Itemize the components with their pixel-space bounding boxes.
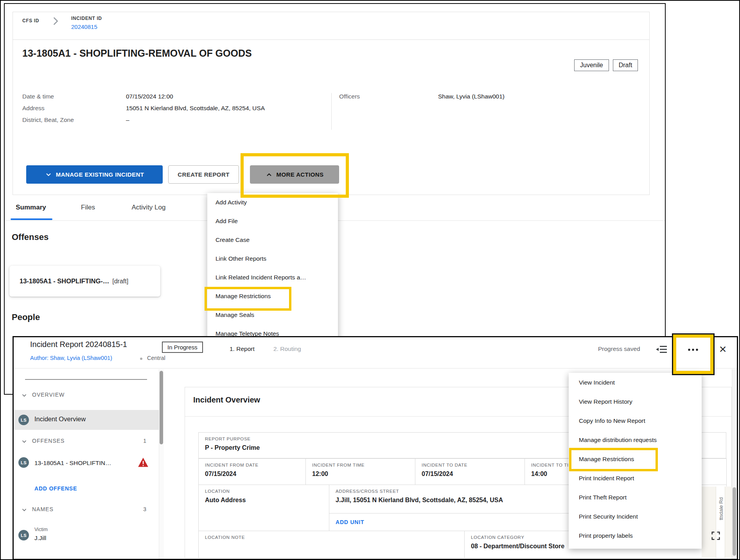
highlight-more-options [673, 335, 713, 374]
draft-badge: Draft [613, 59, 638, 71]
chevron-right-icon [50, 16, 61, 27]
sidebar-top-divider [25, 379, 147, 380]
date-time-label: Date & time [22, 93, 54, 100]
menu-item-copy-info-to-new-report[interactable]: Copy Info to New Report [569, 411, 702, 430]
avatar: LS [18, 457, 29, 468]
author-link[interactable]: Author: Shaw, Lyvia (LShaw001) [30, 355, 112, 361]
sidebar-section-overview[interactable]: OVERVIEW [32, 392, 65, 398]
report-purpose-label: REPORT PURPOSE [205, 437, 251, 441]
create-report-button[interactable]: CREATE REPORT [168, 165, 239, 184]
menu-toggle-icon[interactable] [656, 345, 667, 354]
chevron-down-icon[interactable] [21, 507, 27, 513]
menu-item-print-theft-report[interactable]: Print Theft Report [569, 488, 702, 507]
incident-to-date-label: INCIDENT TO DATE [422, 463, 467, 467]
officers-label: Officers [339, 93, 360, 100]
officers-value: Shaw, Lyvia (LShaw001) [438, 93, 505, 100]
add-offense-link[interactable]: ADD OFFENSE [34, 485, 77, 492]
juvenile-badge: Juvenile [574, 59, 609, 71]
address-label: Address [22, 105, 45, 112]
date-time-value: 07/15/2024 12:00 [126, 93, 173, 100]
in-progress-badge: In Progress [162, 342, 203, 353]
menu-item-view-incident[interactable]: View Incident [569, 373, 702, 392]
sidebar-item-incident-overview-label: Incident Overview [34, 415, 86, 423]
tab-files[interactable]: Files [73, 204, 103, 211]
menu-item-add-file[interactable]: Add File [207, 212, 338, 231]
victim-role-label: Victim [34, 527, 48, 532]
chevron-down-icon[interactable] [21, 438, 27, 445]
sidebar-section-offenses[interactable]: OFFENSES [32, 438, 65, 444]
map-street-label: ttsdale Rd [718, 497, 724, 520]
incident-to-date-field[interactable]: INCIDENT TO DATE 07/15/2024 [415, 458, 525, 485]
create-report-label: CREATE REPORT [178, 171, 229, 178]
report-purpose-value: P - Property Crime [205, 444, 260, 451]
highlight-manage-restrictions-incident [205, 287, 291, 311]
breadcrumb-cfs-label: CFS ID [22, 18, 39, 23]
breadcrumb-divider [13, 39, 649, 40]
district-value: – [126, 116, 129, 123]
highlight-more-actions [241, 153, 349, 198]
map-fragment: ttsdale Rd [702, 487, 732, 558]
menu-item-print-property-labels[interactable]: Print property labels [569, 526, 702, 545]
close-icon[interactable]: × [714, 341, 731, 358]
menu-item-print-security-incident[interactable]: Print Security Incident [569, 507, 702, 526]
location-note-label: LOCATION NOTE [205, 535, 245, 540]
menu-item-view-report-history[interactable]: View Report History [569, 392, 702, 411]
breadcrumb-incident-label: INCIDENT ID [71, 16, 102, 21]
incident-from-date-field[interactable]: INCIDENT FROM DATE 07/15/2024 [198, 458, 306, 485]
menu-item-manage-distribution-requests[interactable]: Manage distribution requests [569, 430, 702, 449]
people-heading: People [12, 312, 40, 322]
sidebar-scrollbar-thumb[interactable] [160, 371, 163, 444]
incident-from-time-field[interactable]: INCIDENT FROM TIME 12:00 [305, 458, 415, 485]
location-category-label: LOCATION CATEGORY [471, 535, 524, 540]
menu-item-link-related-incident-reports[interactable]: Link Related Incident Reports a… [207, 268, 338, 287]
tab-summary-label: Summary [16, 204, 46, 211]
offenses-count: 1 [132, 438, 146, 444]
warning-icon [138, 457, 149, 467]
sidebar-section-names[interactable]: NAMES [32, 506, 54, 512]
incident-from-date-label: INCIDENT FROM DATE [205, 463, 259, 467]
location-field[interactable]: LOCATION Auto Address [198, 485, 329, 531]
chevron-down-icon[interactable] [21, 392, 27, 399]
manage-existing-incident-label: MANAGE EXISTING INCIDENT [56, 171, 144, 178]
content-scrollbar-thumb[interactable] [733, 487, 736, 556]
manage-existing-incident-button[interactable]: MANAGE EXISTING INCIDENT [26, 165, 163, 184]
screenshot-canvas: CFS ID INCIDENT ID 20240815 13-1805A1 - … [0, 0, 740, 560]
location-value: Auto Address [205, 497, 246, 504]
location-category-value: 08 - Department/Discount Store [471, 543, 564, 550]
sidebar-item-victim[interactable]: J.Jill [34, 535, 46, 542]
menu-item-link-other-reports[interactable]: Link Other Reports [207, 249, 338, 268]
offenses-heading: Offenses [12, 232, 48, 242]
incident-from-time-label: INCIDENT FROM TIME [312, 463, 365, 467]
incident-from-date-value: 07/15/2024 [205, 471, 236, 478]
avatar: LS [18, 530, 29, 540]
offense-card-draft-tag: [draft] [112, 278, 128, 285]
sidebar-item-offense[interactable]: 13-1805A1 - SHOPLIFTIN… [34, 460, 111, 467]
step-report[interactable]: 1. Report [230, 345, 255, 352]
tab-activity-log[interactable]: Activity Log [123, 204, 174, 211]
report-header-divider [14, 368, 737, 369]
incident-id-link[interactable]: 20240815 [71, 23, 97, 30]
location-label: LOCATION [205, 489, 230, 494]
tab-summary-underline [11, 218, 52, 220]
progress-saved-label: Progress saved [598, 345, 640, 352]
menu-item-create-case[interactable]: Create Case [207, 231, 338, 249]
menu-item-print-incident-report[interactable]: Print Incident Report [569, 469, 702, 488]
incident-overview-heading: Incident Overview [193, 395, 260, 404]
report-title: Incident Report 20240815-1 [30, 340, 127, 349]
highlight-manage-restrictions-report [569, 448, 658, 471]
badge-row: Juvenile Draft [574, 59, 638, 71]
expand-icon[interactable] [710, 530, 721, 541]
incident-to-time-value: 14:00 [531, 471, 547, 478]
offense-card[interactable]: 13-1805A1 - SHOPLIFTING-… [draft] [9, 266, 160, 297]
address-value: 15051 N Kierland Blvd, Scottsdale, AZ, 8… [126, 105, 265, 112]
address-cross-street-label: ADDRESS/CROSS STREET [336, 489, 399, 494]
more-actions-menu: Add Activity Add File Create Case Link O… [207, 193, 338, 341]
add-unit-link[interactable]: ADD UNIT [336, 519, 364, 525]
address-cross-street-value: J.Jill, 15051 N Kierland Blvd, Scottsdal… [336, 497, 503, 504]
dot-separator [140, 358, 142, 360]
avatar: LS [18, 415, 29, 425]
names-count: 3 [132, 506, 146, 512]
tab-summary[interactable]: Summary [9, 204, 52, 211]
location-note-field[interactable]: LOCATION NOTE [198, 531, 465, 558]
offense-card-title: 13-1805A1 - SHOPLIFTING-… [20, 277, 109, 285]
